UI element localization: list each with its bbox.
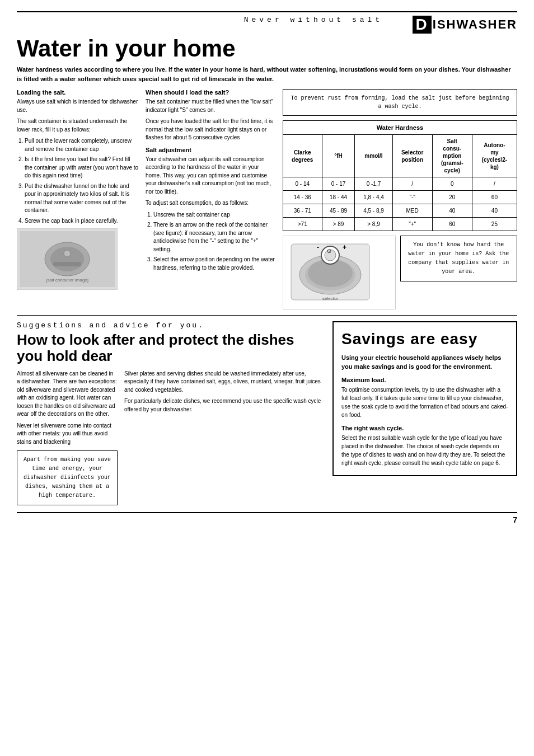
row0-salt: 0 (432, 177, 472, 191)
row3-selector: "+" (392, 218, 432, 231)
suggestions-left-para2: Never let silverware come into contact w… (17, 422, 118, 447)
logo-text: ISHWASHER (433, 17, 517, 32)
section-divider (17, 315, 517, 316)
salt-adjust-title: Salt adjustment (146, 147, 276, 153)
col-autonomy: Autono-my(cycles\2-kg) (472, 135, 517, 177)
rust-prevention-box: To prevent rust from forming, load the s… (283, 89, 517, 116)
suggestions-subtitle: Suggestions and advice for you. (17, 321, 324, 330)
row0-fh: 0 - 17 (322, 177, 355, 191)
col-fh: °fH (322, 135, 355, 177)
adjust-step-1: Unscrew the salt container cap (153, 211, 276, 219)
svg-rect-4 (53, 262, 81, 266)
suggestions-right-para1: Silver plates and serving dishes should … (124, 370, 324, 395)
table-row: >71 > 89 > 8,9 "+" 60 25 (283, 218, 517, 231)
row3-fh: > 89 (322, 218, 355, 231)
row0-clarke: 0 - 14 (283, 177, 322, 191)
suggestions-left-col: Almost all silverware can be cleaned in … (17, 370, 118, 506)
savings-section: Savings are easy Using your electric hou… (332, 321, 517, 505)
row1-clarke: 14 - 36 (283, 191, 322, 204)
row1-salt: 20 (432, 191, 472, 204)
wash-cycle-title: The right wash cycle. (341, 425, 508, 431)
table-title: Water Hardness (283, 121, 517, 135)
row2-auto: 40 (472, 204, 517, 218)
row3-salt: 60 (432, 218, 472, 231)
salt-adjust-steps: Unscrew the salt container cap There is … (146, 211, 276, 273)
salt-adjust-para2: To adjust salt consumption, do as follow… (146, 199, 276, 208)
page-subtitle: Never without salt (214, 16, 412, 24)
table-row: 0 - 14 0 - 17 0 -1,7 / 0 / (283, 177, 517, 191)
salt-adjust-para1: Your dishwasher can adjust its salt cons… (146, 156, 276, 196)
svg-text:+: + (343, 243, 346, 251)
bottom-section: Suggestions and advice for you. How to l… (17, 321, 517, 505)
suggestions-section: Suggestions and advice for you. How to l… (17, 321, 324, 505)
water-hardness-table: Water Hardness Clarkedegrees °fH mmol/l … (283, 120, 517, 231)
suggestions-content: Almost all silverware can be cleaned in … (17, 370, 324, 506)
row2-mmol: 4,5 - 8,9 (355, 204, 392, 218)
subtitle-text: Water hardness varies according to where… (17, 65, 517, 83)
salt-photo-svg: [salt container image] (20, 231, 115, 287)
suggestions-left-para1: Almost all silverware can be cleaned in … (17, 370, 118, 419)
adjust-step-3: Select the arrow position depending on t… (153, 256, 276, 272)
row3-auto: 25 (472, 218, 517, 231)
svg-text:[salt container image]: [salt container image] (46, 278, 88, 283)
when-salt-para1: The salt container must be filled when t… (146, 98, 276, 114)
loading-salt-para: The salt container is situated underneat… (17, 118, 139, 134)
right-column: To prevent rust from forming, load the s… (283, 89, 517, 309)
loading-step-2: Is it the first time you load the salt? … (25, 156, 139, 180)
col-mmol: mmol/l (355, 135, 392, 177)
row1-auto: 60 (472, 191, 517, 204)
top-header: Never without salt D ISHWASHER (17, 11, 517, 34)
row2-selector: MED (392, 204, 432, 218)
loading-step-3: Put the dishwasher funnel on the hole an… (25, 182, 139, 215)
max-load-title: Maximum load. (341, 377, 508, 383)
row1-selector: "-" (392, 191, 432, 204)
row2-salt: 40 (432, 204, 472, 218)
max-load-text: To optimise consumption levels, try to u… (341, 386, 508, 419)
mid-column: When should I load the salt? The salt co… (146, 89, 283, 309)
page-number: 7 (513, 515, 517, 524)
svg-text:-: - (317, 243, 319, 251)
logo-d-letter: D (413, 16, 432, 34)
savings-title: Savings are easy (341, 330, 508, 348)
row2-fh: 45 - 89 (322, 204, 355, 218)
row3-mmol: > 8,9 (355, 218, 392, 231)
selector-section: ⊙ + - selector You don't know how hard t… (283, 236, 517, 309)
table-row: 14 - 36 18 - 44 1,8 - 4,4 "-" 20 60 (283, 191, 517, 204)
suggestions-right-para2: For particularly delicate dishes, we rec… (124, 397, 324, 414)
selector-svg: ⊙ + - selector (285, 238, 375, 306)
dont-know-box: You don't know how hard the water in you… (400, 236, 518, 281)
suggestions-title: How to look after and protect the dishes… (17, 332, 324, 364)
table-row: 36 - 71 45 - 89 4,5 - 8,9 MED 40 40 (283, 204, 517, 218)
page-footer: 7 (17, 512, 517, 524)
row1-mmol: 1,8 - 4,4 (355, 191, 392, 204)
wash-cycle-text: Select the most suitable wash cycle for … (341, 434, 508, 467)
savings-box: Savings are easy Using your electric hou… (332, 321, 517, 476)
content-top: Loading the salt. Always use salt which … (17, 89, 517, 309)
loading-step-4: Screw the cap back in place carefully. (25, 217, 139, 226)
row3-clarke: >71 (283, 218, 322, 231)
loading-salt-title: Loading the salt. (17, 89, 139, 96)
salt-photo: [salt container image] (17, 228, 118, 290)
row0-auto: / (472, 177, 517, 191)
selector-diagram: ⊙ + - selector (283, 236, 396, 309)
col-salt-consumption: Saltconsu-mption(grams/-cycle) (432, 135, 472, 177)
row1-fh: 18 - 44 (322, 191, 355, 204)
loading-salt-intro: Always use salt which is intended for di… (17, 98, 139, 114)
suggestions-right-col: Silver plates and serving dishes should … (124, 370, 324, 506)
adjust-step-2: There is an arrow on the neck of the con… (153, 221, 276, 253)
col-selector: Selectorposition (392, 135, 432, 177)
row0-selector: / (392, 177, 432, 191)
save-box: Apart from making you save time and ener… (17, 450, 118, 505)
main-title: Water in your home (17, 36, 517, 62)
savings-subtitle: Using your electric household appliances… (341, 354, 508, 371)
left-column: Loading the salt. Always use salt which … (17, 89, 146, 309)
row2-clarke: 36 - 71 (283, 204, 322, 218)
loading-step-1: Pull out the lower rack completely, unsc… (25, 137, 139, 153)
row0-mmol: 0 -1,7 (355, 177, 392, 191)
dishwasher-logo: D ISHWASHER (413, 16, 517, 34)
loading-salt-steps: Pull out the lower rack completely, unsc… (17, 137, 139, 225)
when-salt-para2: Once you have loaded the salt for the fi… (146, 118, 276, 142)
when-salt-title: When should I load the salt? (146, 89, 276, 96)
svg-text:⊙: ⊙ (327, 248, 331, 254)
col-clarke: Clarkedegrees (283, 135, 322, 177)
